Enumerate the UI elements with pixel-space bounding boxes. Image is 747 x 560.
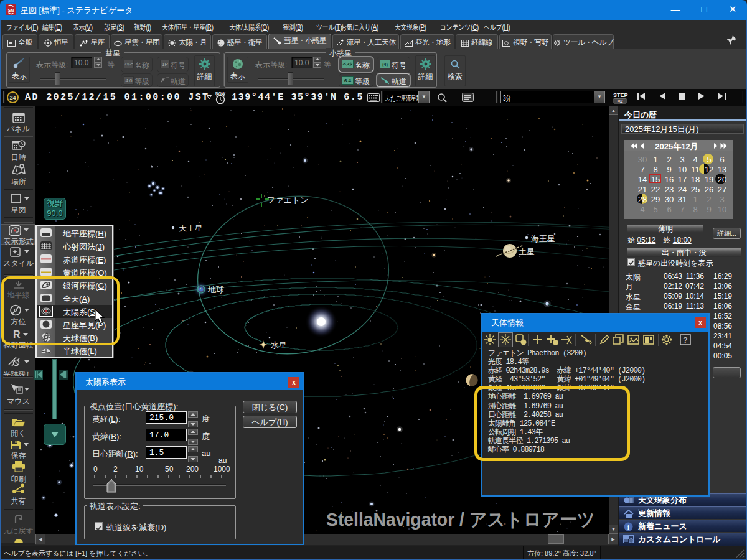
svg-text:土星: 土星 — [519, 247, 535, 256]
svg-text:×2: ×2 — [617, 98, 623, 104]
svg-text:地球: 地球 — [208, 285, 224, 294]
svg-text:StellaNavigator / アストロアーツ: StellaNavigator / アストロアーツ — [326, 509, 595, 530]
svg-text:天王星: 天王星 — [179, 223, 203, 233]
svg-text:STEP: STEP — [613, 92, 628, 98]
svg-text:水星: 水星 — [271, 340, 287, 350]
svg-text:?: ? — [683, 336, 687, 345]
svg-text:SN: SN — [8, 8, 14, 12]
svg-text:i: i — [627, 524, 629, 531]
svg-text:ファエトン: ファエトン — [267, 195, 309, 205]
svg-text:24: 24 — [9, 95, 16, 101]
svg-text:海王星: 海王星 — [531, 234, 555, 243]
